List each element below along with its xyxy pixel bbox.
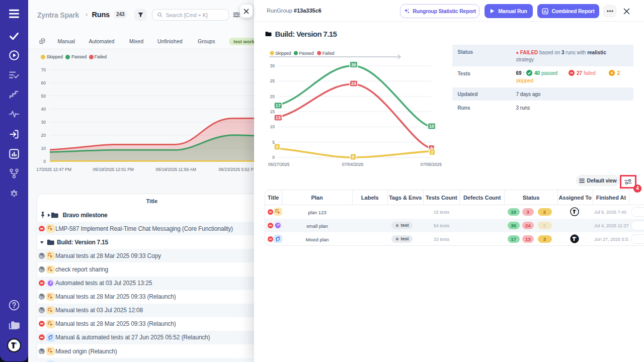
svg-text:Skipped: Skipped <box>275 51 291 56</box>
svg-text:10: 10 <box>270 124 275 129</box>
svg-text:0: 0 <box>352 154 354 159</box>
svg-text:0: 0 <box>43 159 46 164</box>
svg-text:07/06/2025: 07/06/2025 <box>420 162 442 167</box>
svg-text:30: 30 <box>351 62 356 67</box>
svg-text:0: 0 <box>272 155 275 160</box>
svg-text:06/27/2025: 06/27/2025 <box>268 162 290 167</box>
svg-text:24: 24 <box>351 81 356 86</box>
svg-text:40: 40 <box>41 107 46 112</box>
svg-text:10: 10 <box>429 124 434 129</box>
svg-text:Failed: Failed <box>323 51 335 56</box>
svg-text:30: 30 <box>41 120 46 125</box>
svg-text:30: 30 <box>270 63 275 68</box>
svg-text:70: 70 <box>41 67 46 72</box>
svg-text:3: 3 <box>276 144 278 149</box>
svg-text:2: 2 <box>431 150 433 155</box>
svg-text:20: 20 <box>270 94 275 99</box>
svg-text:07/04/2025: 07/04/2025 <box>342 162 364 167</box>
svg-text:Passed: Passed <box>299 51 314 56</box>
svg-text:50: 50 <box>41 94 46 99</box>
svg-text:15: 15 <box>270 109 275 114</box>
svg-text:20: 20 <box>41 133 46 138</box>
svg-text:10: 10 <box>41 146 46 151</box>
svg-text:60: 60 <box>41 80 46 85</box>
svg-text:17: 17 <box>276 103 281 108</box>
svg-text:25: 25 <box>270 78 275 83</box>
svg-text:13: 13 <box>276 115 281 120</box>
